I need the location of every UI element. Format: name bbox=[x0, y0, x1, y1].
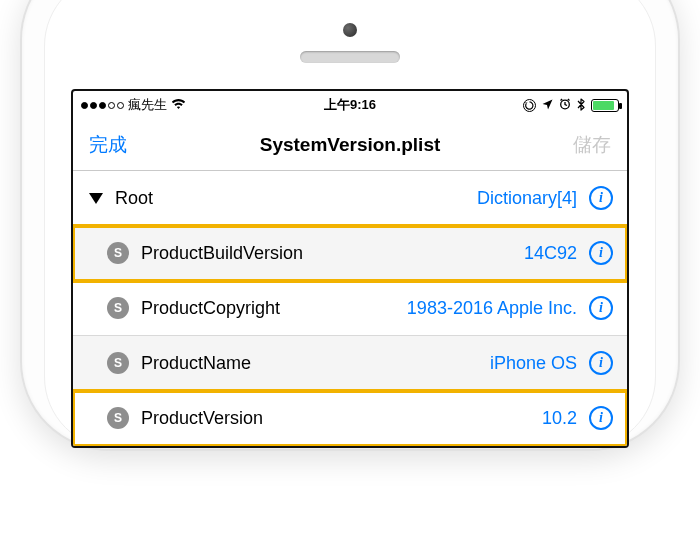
file-title: SystemVersion.plist bbox=[260, 134, 441, 156]
plist-entry-row[interactable]: SProductBuildVersion14C92i bbox=[73, 226, 627, 281]
navigation-bar: 完成 SystemVersion.plist 儲存 bbox=[73, 119, 627, 171]
entry-value-label: iPhone OS bbox=[490, 353, 577, 374]
root-row[interactable]: Root Dictionary[4] i bbox=[73, 171, 627, 226]
carrier-label: 瘋先生 bbox=[128, 96, 167, 114]
entry-value-label: 14C92 bbox=[524, 243, 577, 264]
plist-table: Root Dictionary[4] i SProductBuildVersio… bbox=[73, 171, 627, 446]
disclosure-triangle-icon[interactable] bbox=[89, 193, 103, 204]
phone-frame: 瘋先生 上午9:16 bbox=[20, 0, 680, 451]
earpiece-speaker bbox=[300, 51, 400, 63]
save-button[interactable]: 儲存 bbox=[573, 132, 611, 158]
plist-entry-row[interactable]: SProductNameiPhone OSi bbox=[73, 336, 627, 391]
plist-entry-row[interactable]: SProductVersion10.2i bbox=[73, 391, 627, 446]
bluetooth-icon bbox=[577, 98, 585, 113]
type-badge-icon: S bbox=[107, 297, 129, 319]
clock-label: 上午9:16 bbox=[324, 96, 376, 114]
entry-key-label: ProductBuildVersion bbox=[141, 243, 303, 264]
type-badge-icon: S bbox=[107, 242, 129, 264]
entry-value-label: 10.2 bbox=[542, 408, 577, 429]
screen: 瘋先生 上午9:16 bbox=[71, 89, 629, 448]
entry-key-label: ProductCopyright bbox=[141, 298, 280, 319]
info-icon[interactable]: i bbox=[589, 186, 613, 210]
wifi-icon bbox=[171, 98, 186, 112]
alarm-icon bbox=[559, 98, 571, 113]
orientation-lock-icon bbox=[523, 99, 536, 112]
type-badge-icon: S bbox=[107, 407, 129, 429]
battery-icon bbox=[591, 99, 619, 112]
info-icon[interactable]: i bbox=[589, 241, 613, 265]
phone-speaker-area bbox=[71, 3, 629, 89]
info-icon[interactable]: i bbox=[589, 351, 613, 375]
type-badge-icon: S bbox=[107, 352, 129, 374]
entry-key-label: ProductName bbox=[141, 353, 251, 374]
root-value-label: Dictionary[4] bbox=[477, 188, 577, 209]
entry-value-label: 1983-2016 Apple Inc. bbox=[407, 298, 577, 319]
plist-entry-row[interactable]: SProductCopyright1983-2016 Apple Inc.i bbox=[73, 281, 627, 336]
info-icon[interactable]: i bbox=[589, 296, 613, 320]
location-icon bbox=[542, 99, 553, 112]
status-bar: 瘋先生 上午9:16 bbox=[73, 91, 627, 119]
front-camera bbox=[343, 23, 357, 37]
entry-key-label: ProductVersion bbox=[141, 408, 263, 429]
info-icon[interactable]: i bbox=[589, 406, 613, 430]
cell-signal-icon bbox=[81, 102, 124, 109]
done-button[interactable]: 完成 bbox=[89, 132, 127, 158]
root-key-label: Root bbox=[115, 188, 153, 209]
